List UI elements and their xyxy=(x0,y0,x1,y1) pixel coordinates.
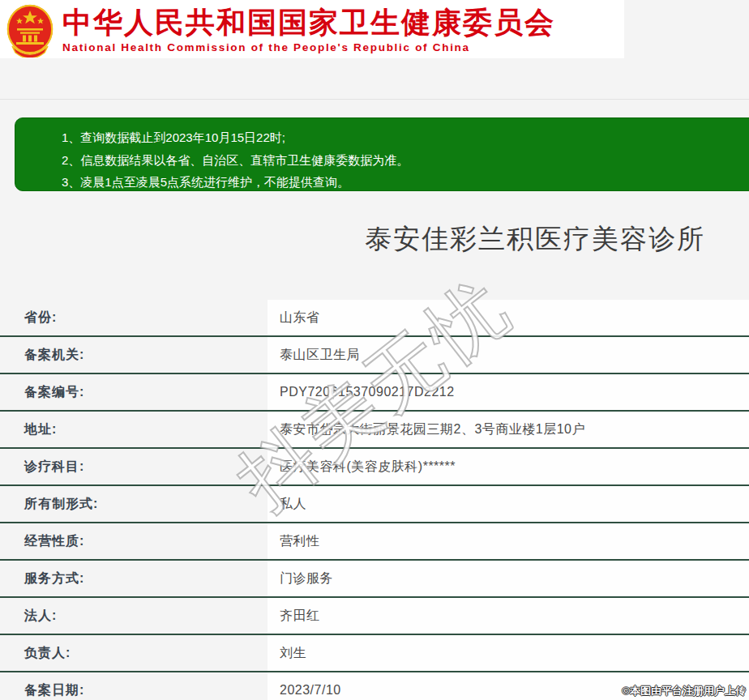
table-row: 地址:泰安市岱宗大街丽景花园三期2、3号商业楼1层10户 xyxy=(0,412,749,449)
notice-line: 1、查询数据截止到2023年10月15日22时; xyxy=(62,126,749,149)
table-row: 诊疗科目:医疗美容科(美容皮肤科)****** xyxy=(0,449,749,486)
field-value: 门诊服务 xyxy=(268,561,749,596)
page-viewport: 中华人民共和国国家卫生健康委员会 National Health Commiss… xyxy=(0,0,749,700)
field-label: 所有制形式: xyxy=(0,486,268,522)
table-row: 法人:齐田红 xyxy=(0,598,749,635)
table-row: 省份:山东省 xyxy=(0,300,749,337)
table-row: 备案编号:PDY72061537090217D2212 xyxy=(0,374,749,412)
field-value: PDY72061537090217D2212 xyxy=(268,374,749,410)
field-value: 私人 xyxy=(268,486,749,522)
notice-line: 2、信息数据结果以各省、自治区、直辖市卫生健康委数据为准。 xyxy=(62,149,749,172)
table-row: 服务方式:门诊服务 xyxy=(0,561,749,598)
table-row: 负责人:刘生 xyxy=(0,635,749,672)
table-row: 所有制形式:私人 xyxy=(0,486,749,523)
site-title-cn: 中华人民共和国国家卫生健康委员会 xyxy=(62,6,555,39)
field-label: 服务方式: xyxy=(0,561,268,596)
field-value: 医疗美容科(美容皮肤科)****** xyxy=(268,449,749,484)
field-label: 备案机关: xyxy=(0,337,268,373)
field-value: 泰安市岱宗大街丽景花园三期2、3号商业楼1层10户 xyxy=(268,412,749,447)
field-label: 备案编号: xyxy=(0,374,268,410)
site-title-en: National Health Commission of the People… xyxy=(62,41,555,53)
field-value: 山东省 xyxy=(268,300,749,335)
record-table: 省份:山东省备案机关:泰山区卫生局备案编号:PDY72061537090217D… xyxy=(0,300,749,700)
table-row: 经营性质:营利性 xyxy=(0,523,749,561)
header-divider xyxy=(0,99,749,100)
field-label: 法人: xyxy=(0,598,268,634)
field-value: 泰山区卫生局 xyxy=(268,337,749,373)
field-label: 负责人: xyxy=(0,635,268,671)
field-label: 经营性质: xyxy=(0,523,268,559)
upload-credit-note: ©本图由平台注册用户上传 xyxy=(622,684,746,698)
header-titles: 中华人民共和国国家卫生健康委员会 National Health Commiss… xyxy=(62,5,555,53)
page: 中华人民共和国国家卫生健康委员会 National Health Commiss… xyxy=(0,0,749,700)
field-value: 刘生 xyxy=(268,635,749,671)
notice-line: 3、凌晨1点至凌晨5点系统进行维护，不能提供查询。 xyxy=(62,171,749,194)
field-value: 齐田红 xyxy=(268,598,749,634)
notice-box: 1、查询数据截止到2023年10月15日22时;2、信息数据结果以各省、自治区、… xyxy=(15,117,749,191)
institution-title: 泰安佳彩兰积医疗美容诊所 xyxy=(0,221,749,258)
field-label: 备案日期: xyxy=(0,672,268,700)
site-header: 中华人民共和国国家卫生健康委员会 National Health Commiss… xyxy=(0,0,624,58)
field-label: 地址: xyxy=(0,412,268,447)
field-value: 营利性 xyxy=(268,523,749,559)
field-label: 省份: xyxy=(0,300,268,335)
china-national-emblem-icon xyxy=(6,4,54,58)
table-row: 备案机关:泰山区卫生局 xyxy=(0,337,749,374)
field-label: 诊疗科目: xyxy=(0,449,268,484)
